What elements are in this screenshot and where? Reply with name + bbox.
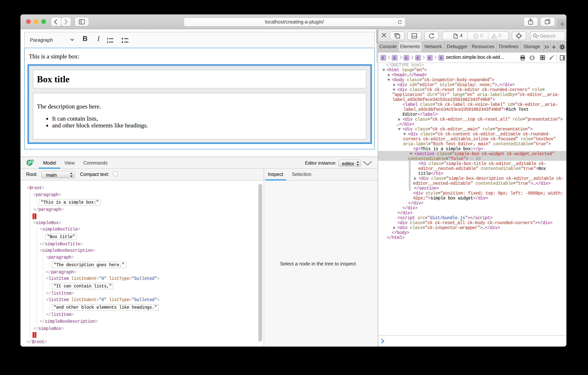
- svg-text:1: 1: [107, 37, 108, 40]
- svg-text:5: 5: [32, 159, 33, 163]
- svg-text:2: 2: [107, 40, 108, 44]
